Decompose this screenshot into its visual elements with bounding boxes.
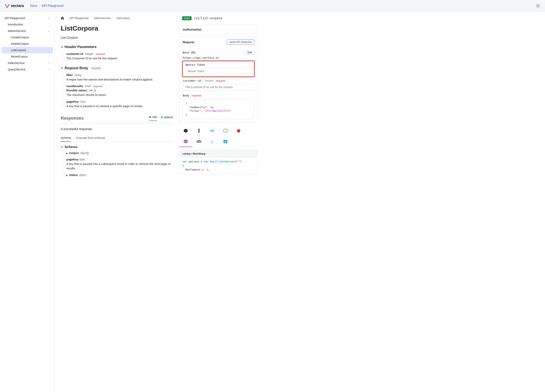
sidebar-listcorpora[interactable]: ListCorpora [1,47,53,53]
chevron-right-icon: › [49,62,50,64]
param-name: filter [66,73,73,77]
param-type: string [74,73,81,77]
customer-id-input[interactable] [183,84,254,90]
svg-line-5 [537,4,537,5]
status-dot-icon [161,116,163,118]
header-parameters-toggle[interactable]: ▼ Header Parameters [61,45,173,49]
sidebar-resetcorpus[interactable]: ResetCorpus [1,53,53,60]
schema-corpus[interactable]: ▶corpusobject[] [63,151,173,156]
svg-point-11 [199,132,199,132]
sidebar-label: QueryService [8,68,25,71]
base-url-value: https://api.vectara.io [183,56,254,59]
lang-java-icon[interactable] [205,136,219,147]
method-badge: POST [182,16,192,20]
caret-right-icon: ▶ [66,152,68,154]
edit-button[interactable]: Edit [245,50,254,55]
chevron-down-icon: ⌄ [48,17,50,19]
param-desc: A regex over the names and descriptions … [66,77,173,82]
param-type: int64 [85,84,91,88]
sidebar-indexservice[interactable]: IndexService › [1,60,53,66]
send-api-request-button[interactable]: Send API Request [227,39,254,45]
schema-status[interactable]: ▶statusobject [63,172,173,178]
lang-powershell-icon[interactable] [219,136,232,147]
sidebar: API Playground ⌄ Introduction AdminServi… [0,12,55,392]
svg-text:php: php [198,141,200,143]
lang-go-icon[interactable]: GO [205,125,219,136]
svg-rect-19 [226,140,227,142]
tab-schema[interactable]: Schema [61,136,71,142]
authorization-panel: Authorization [179,25,258,34]
lang-python-icon[interactable] [192,125,205,136]
nav-playground[interactable]: API Playground [42,4,63,8]
panel-title: Request [183,40,194,44]
schema-toggle[interactable]: ▼ Schema [61,145,173,149]
response-tab-200[interactable]: 200 [149,115,157,121]
svg-rect-21 [226,142,227,143]
bearer-token-highlight: Bearer Token [182,60,255,77]
lang-ruby-icon[interactable] [232,125,245,136]
lang-php-icon[interactable]: php [192,136,205,147]
language-selector: GO C# php [179,125,258,147]
responses-title: Responses [61,116,83,121]
breadcrumb-current: ListCorpora [116,17,130,20]
param-desc: A key that is passed in to retrieve a sp… [66,104,173,109]
code-sample-header: csharp / RestSharp [179,150,258,157]
lang-csharp-icon[interactable]: C# [179,136,192,147]
theme-toggle-button[interactable] [536,4,540,8]
param-type: byte [81,100,86,103]
base-url-label: Base URL [183,51,196,54]
sidebar-label: API Playground [5,16,25,20]
sidebar-label: AdminService [8,29,26,32]
sidebar-deletecorpus[interactable]: DeleteCorpus [1,40,53,47]
param-customer-id: customer-id integer required The Custome… [63,51,173,61]
response-description: A successful response. [61,127,173,131]
code-sample-body: var options = new RestClientOptions("") … [179,157,258,174]
breadcrumb-playground[interactable]: API Playground [69,17,88,20]
svg-point-0 [537,5,539,7]
sidebar-introduction[interactable]: Introduction [1,21,53,28]
main-content: › API Playground › AdminService › ListCo… [55,12,179,392]
body-json-editor[interactable]: { "numResults": 10, "filter": "[Tt][Ee][… [183,99,254,119]
request-panel: Request Send API Request Base URL Edit h… [179,36,258,122]
chevron-down-icon: ⌄ [48,30,50,32]
section-title: Header Parameters [65,45,97,49]
sidebar-createcorpus[interactable]: CreateCorpus [1,34,53,40]
bearer-token-input[interactable] [186,68,251,74]
sidebar-label: IndexService [8,61,25,65]
svg-marker-13 [237,129,240,133]
param-name: pageKey [66,100,79,103]
breadcrumb-adminservice[interactable]: AdminService [94,17,111,20]
home-icon[interactable] [61,16,64,20]
response-tab-default[interactable]: default [161,115,173,121]
sidebar-label: CreateCorpus [11,36,29,39]
caret-down-icon: ▼ [61,46,63,48]
svg-line-6 [539,7,539,7]
page-subtitle: List Corpora [61,36,173,39]
logo-icon [5,3,10,8]
tab-example[interactable]: Example (from schema) [76,136,105,142]
page-title: ListCorpora [61,24,173,32]
lang-nodejs-icon[interactable] [219,125,232,136]
nav-links: Docs API Playground [30,4,64,8]
svg-marker-9 [184,129,188,133]
response-tabs: 200 default [149,115,173,121]
required-badge: required [216,79,225,82]
sun-icon [536,4,540,8]
logo[interactable]: vectara [5,3,24,8]
nav-docs[interactable]: Docs [30,4,37,8]
sidebar-api-playground[interactable]: API Playground ⌄ [1,15,53,21]
caret-right-icon: ▶ [66,174,68,176]
sidebar-queryservice[interactable]: QueryService › [1,66,53,72]
sidebar-adminservice[interactable]: AdminService ⌄ [1,28,53,34]
svg-point-10 [198,129,199,129]
sidebar-label: DeleteCorpus [11,42,29,45]
svg-rect-20 [223,142,225,143]
right-panel: POST /v1/list-corpora Authorization Requ… [179,12,261,392]
chevron-right-icon: › [67,17,67,19]
chevron-right-icon: › [91,17,92,19]
lang-shell-icon[interactable] [179,125,192,136]
request-body-toggle[interactable]: ▼ Request Body required [61,66,173,70]
svg-rect-18 [223,140,225,142]
caret-down-icon: ▼ [61,67,63,69]
caret-down-icon: ▼ [61,146,63,148]
